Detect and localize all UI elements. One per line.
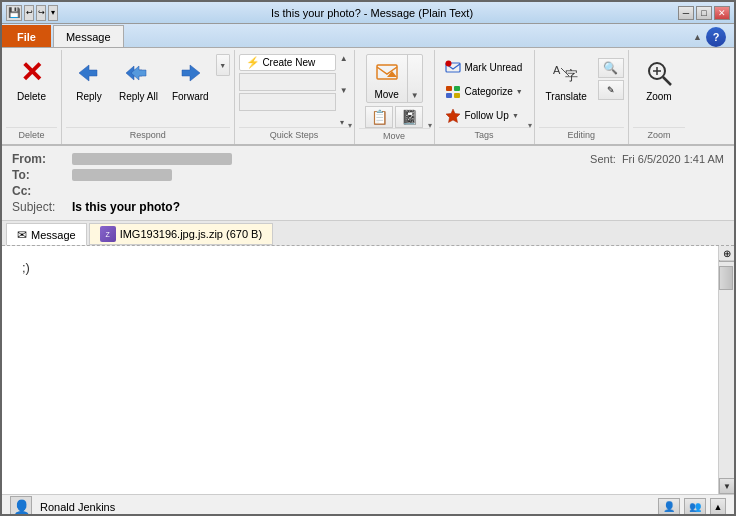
undo-btn[interactable]: ↩ <box>24 5 34 21</box>
quicksteps-expand[interactable]: ▾ <box>340 118 348 127</box>
forward-icon <box>174 57 206 89</box>
zoom-icon <box>643 57 675 89</box>
svg-rect-10 <box>446 93 452 98</box>
status-bar: 👤 Ronald Jenkins 👤 👥 ▲ <box>2 494 734 516</box>
main-container: From: Sent: Fri 6/5/2020 1:41 AM To: Cc:… <box>2 146 734 516</box>
move-button[interactable]: Move ▼ <box>366 54 423 103</box>
follow-up-icon <box>445 107 461 123</box>
delete-button[interactable]: ✕ Delete <box>9 54 55 105</box>
reply-all-button[interactable]: Reply All <box>112 54 165 105</box>
rules-btn[interactable]: 📋 <box>365 106 393 128</box>
message-tabs: ✉ Message Z IMG193196.jpg.js.zip (670 B) <box>2 221 734 246</box>
maximize-btn[interactable]: □ <box>696 6 712 20</box>
edit-btn1[interactable]: 🔍 <box>598 58 624 78</box>
move-dialog[interactable]: ▾ <box>428 121 432 130</box>
reply-all-label: Reply All <box>119 91 158 102</box>
quicksteps-scroll: ▲ ▼ ▾ <box>338 54 350 127</box>
redo-btn[interactable]: ↪ <box>36 5 46 21</box>
ribbon-group-respond: Reply Reply All Forward <box>62 50 235 144</box>
svg-marker-3 <box>182 65 200 81</box>
ribbon-group-zoom: Zoom Zoom <box>629 50 689 144</box>
more-btn[interactable]: ▾ <box>48 5 58 21</box>
zoom-button[interactable]: Zoom <box>636 54 682 105</box>
quicksteps-dialog[interactable]: ▾ <box>348 121 352 130</box>
svg-line-17 <box>663 77 671 85</box>
reply-icon <box>73 57 105 89</box>
scroll-down-btn[interactable]: ▼ <box>719 478 734 494</box>
tab-attachment[interactable]: Z IMG193196.jpg.js.zip (670 B) <box>89 223 273 245</box>
search-people-icon: 👥 <box>689 501 701 512</box>
respond-more[interactable]: ▼ <box>216 54 230 94</box>
window-title: Is this your photo? - Message (Plain Tex… <box>66 7 678 19</box>
expand-icon: ▲ <box>714 502 723 512</box>
quicksteps-up[interactable]: ▲ <box>340 54 348 63</box>
email-body: ;) <box>2 246 734 494</box>
editing-btns: A 字 Translate 🔍 ✎ <box>539 54 624 105</box>
follow-up-button[interactable]: Follow Up ▼ <box>440 104 527 126</box>
edit-btn2[interactable]: ✎ <box>598 80 624 100</box>
follow-up-label: Follow Up <box>464 110 508 121</box>
search-people-btn[interactable]: 👥 <box>684 498 706 516</box>
quickstep-empty <box>239 73 336 91</box>
editing-group-label: Editing <box>539 127 624 142</box>
onenote-btn[interactable]: 📓 <box>395 106 423 128</box>
contact-name: Ronald Jenkins <box>40 501 650 513</box>
window-controls[interactable]: ─ □ ✕ <box>678 6 730 20</box>
ribbon-collapse[interactable]: ▲ <box>693 32 702 42</box>
mark-unread-button[interactable]: Mark Unread <box>440 56 527 78</box>
ribbon: ✕ Delete Delete Reply <box>2 48 734 146</box>
translate-icon: A 字 <box>550 57 582 89</box>
cc-row: Cc: <box>12 184 724 198</box>
status-expand-btn[interactable]: ▲ <box>710 498 726 516</box>
scroll-track[interactable] <box>719 262 734 478</box>
minimize-btn[interactable]: ─ <box>678 6 694 20</box>
tab-file[interactable]: File <box>2 25 51 47</box>
categorize-label: Categorize <box>464 86 512 97</box>
move-dropdown[interactable]: ▼ <box>407 55 422 102</box>
edit-small-btns: 🔍 ✎ <box>598 54 624 100</box>
email-body-container: ;) ▲ ▼ ⊕ <box>2 246 734 494</box>
to-value <box>72 169 172 181</box>
close-btn[interactable]: ✕ <box>714 6 730 20</box>
categorize-icon <box>445 83 461 99</box>
vertical-scrollbar[interactable]: ▲ ▼ <box>718 246 734 494</box>
contact-card-btn[interactable]: 👤 <box>658 498 680 516</box>
reply-all-icon <box>122 57 154 89</box>
reply-button[interactable]: Reply <box>66 54 112 105</box>
categorize-button[interactable]: Categorize ▼ <box>440 80 527 102</box>
avatar-icon: 👤 <box>13 499 30 515</box>
ribbon-group-quicksteps: ⚡ Create New ▲ ▼ ▾ Quick Steps ▾ <box>235 50 355 144</box>
avatar: 👤 <box>10 496 32 517</box>
from-value <box>72 153 232 165</box>
tags-dialog[interactable]: ▾ <box>528 121 532 130</box>
respond-group-label: Respond <box>66 127 230 142</box>
from-label: From: <box>12 152 72 166</box>
title-bar: 💾 ↩ ↪ ▾ Is this your photo? - Message (P… <box>2 2 734 24</box>
svg-marker-5 <box>387 71 397 77</box>
quick-access-toolbar[interactable]: 💾 <box>6 5 22 21</box>
forward-button[interactable]: Forward <box>165 54 216 105</box>
mark-unread-icon <box>445 59 461 75</box>
tab-message[interactable]: Message <box>53 25 124 47</box>
delete-label: Delete <box>17 91 46 102</box>
cc-label: Cc: <box>12 184 72 198</box>
ribbon-group-editing: A 字 Translate 🔍 ✎ Editing <box>535 50 629 144</box>
sent-info: Sent: Fri 6/5/2020 1:41 AM <box>590 153 724 165</box>
quicksteps-down[interactable]: ▼ <box>340 86 348 95</box>
tab-message-body[interactable]: ✉ Message <box>6 223 87 245</box>
svg-rect-11 <box>454 93 460 98</box>
scroll-thumb[interactable] <box>719 266 733 290</box>
svg-marker-0 <box>79 65 97 81</box>
envelope-icon: ✉ <box>17 228 27 242</box>
translate-button[interactable]: A 字 Translate <box>539 54 594 105</box>
zoom-label: Zoom <box>646 91 672 102</box>
translate-label: Translate <box>546 91 587 102</box>
move-main[interactable]: Move <box>367 55 407 102</box>
svg-text:字: 字 <box>565 68 578 83</box>
create-new-quickstep[interactable]: ⚡ Create New <box>239 54 336 71</box>
from-row: From: Sent: Fri 6/5/2020 1:41 AM <box>12 152 724 166</box>
side-icon-top[interactable]: ⊕ <box>720 246 734 260</box>
attachment-tab-label: IMG193196.jpg.js.zip (670 B) <box>120 228 262 240</box>
side-icons: ⊕ <box>718 246 734 260</box>
help-btn[interactable]: ? <box>706 27 726 47</box>
